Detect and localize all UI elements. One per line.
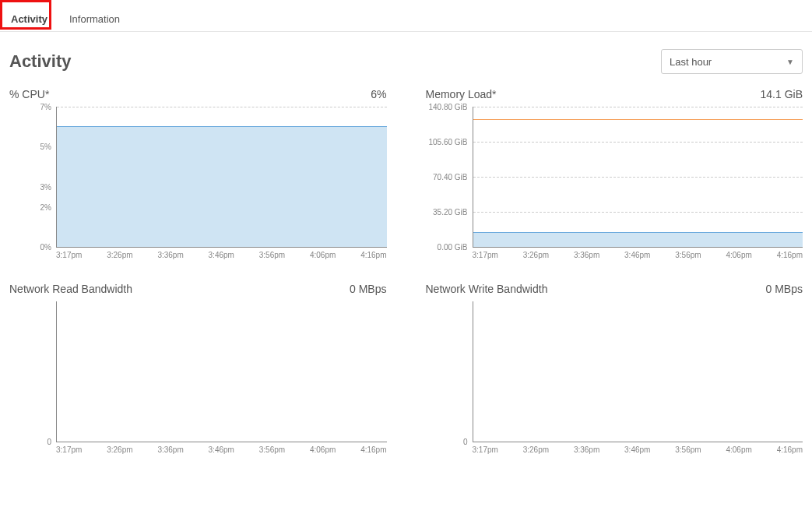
- chart-memory: Memory Load* 14.1 GiB 140.80 GiB 105.60 …: [426, 88, 803, 259]
- y-axis: 7% 5% 3% 2% 0%: [9, 107, 56, 247]
- y-tick: 5%: [40, 143, 51, 151]
- x-tick: 3:26pm: [107, 445, 132, 454]
- plot-area[interactable]: [56, 107, 387, 248]
- y-axis: 0: [426, 301, 473, 442]
- x-tick: 3:46pm: [624, 445, 650, 454]
- x-tick: 3:56pm: [675, 251, 701, 259]
- x-tick: 4:06pm: [726, 445, 751, 454]
- y-tick: 70.40 GiB: [433, 173, 467, 181]
- chart-current-value: 0 MBps: [766, 283, 803, 295]
- x-tick: 4:16pm: [777, 251, 803, 259]
- x-tick: 4:06pm: [310, 445, 336, 454]
- chart-net-read: Network Read Bandwidth 0 MBps 0 3:17pm 3…: [9, 283, 387, 454]
- tab-label: Activity: [11, 13, 47, 25]
- x-tick: 4:16pm: [777, 445, 803, 454]
- x-tick: 3:26pm: [523, 251, 549, 259]
- y-tick: 0.00 GiB: [438, 243, 468, 252]
- x-axis: 3:17pm 3:26pm 3:36pm 3:46pm 3:56pm 4:06p…: [56, 248, 387, 259]
- chart-current-value: 0 MBps: [350, 283, 386, 295]
- y-tick: 35.20 GiB: [433, 208, 467, 216]
- x-tick: 3:46pm: [624, 251, 650, 259]
- x-tick: 3:26pm: [107, 251, 132, 259]
- x-tick: 3:46pm: [209, 445, 234, 454]
- x-tick: 4:06pm: [310, 251, 336, 259]
- chevron-down-icon: ▼: [786, 58, 794, 66]
- plot-area[interactable]: [473, 301, 803, 442]
- y-tick: 2%: [40, 202, 51, 211]
- x-tick: 3:17pm: [473, 251, 498, 259]
- x-tick: 3:56pm: [675, 445, 701, 454]
- tab-information[interactable]: Information: [58, 5, 131, 31]
- tab-label: Information: [69, 13, 120, 25]
- chart-title: Network Write Bandwidth: [426, 283, 548, 295]
- y-tick: 0: [47, 438, 51, 446]
- x-tick: 3:17pm: [56, 445, 82, 454]
- y-tick: 7%: [40, 103, 51, 111]
- x-axis: 3:17pm 3:26pm 3:36pm 3:46pm 3:56pm 4:06p…: [56, 442, 387, 454]
- y-axis: 140.80 GiB 105.60 GiB 70.40 GiB 35.20 Gi…: [426, 107, 473, 247]
- x-tick: 4:16pm: [360, 445, 386, 454]
- x-tick: 4:16pm: [360, 251, 386, 259]
- chart-title: Network Read Bandwidth: [9, 283, 132, 295]
- series-memory-total: [473, 119, 803, 120]
- x-tick: 3:36pm: [157, 251, 183, 259]
- chart-current-value: 6%: [371, 88, 386, 100]
- y-tick: 3%: [40, 182, 51, 191]
- page-title: Activity: [9, 51, 71, 72]
- x-tick: 3:36pm: [574, 251, 599, 259]
- plot-area[interactable]: [56, 301, 387, 442]
- chart-cpu: % CPU* 6% 7% 5% 3% 2% 0%: [9, 88, 387, 259]
- chart-title: % CPU*: [9, 88, 49, 100]
- x-tick: 3:17pm: [473, 445, 498, 454]
- series-memory-used: [473, 232, 803, 247]
- x-tick: 3:36pm: [574, 445, 599, 454]
- x-tick: 3:46pm: [209, 251, 234, 259]
- y-tick: 0: [463, 438, 468, 446]
- x-axis: 3:17pm 3:26pm 3:36pm 3:46pm 3:56pm 4:06p…: [473, 442, 803, 454]
- chart-net-write: Network Write Bandwidth 0 MBps 0 3:17pm …: [426, 283, 803, 454]
- time-range-select[interactable]: Last hour ▼: [661, 49, 803, 74]
- chart-title: Memory Load*: [426, 88, 497, 100]
- time-range-label: Last hour: [670, 56, 712, 68]
- x-tick: 4:06pm: [726, 251, 751, 259]
- x-tick: 3:56pm: [259, 251, 285, 259]
- plot-area[interactable]: [473, 107, 803, 248]
- x-axis: 3:17pm 3:26pm 3:36pm 3:46pm 3:56pm 4:06p…: [473, 248, 803, 259]
- y-tick: 140.80 GiB: [428, 103, 467, 111]
- x-tick: 3:26pm: [523, 445, 549, 454]
- y-tick: 105.60 GiB: [428, 138, 467, 146]
- chart-current-value: 14.1 GiB: [761, 88, 803, 100]
- y-tick: 0%: [40, 243, 51, 252]
- tabs-bar: Activity Information: [0, 0, 812, 32]
- y-axis: 0: [9, 301, 56, 442]
- x-tick: 3:17pm: [56, 251, 82, 259]
- series-cpu: [57, 126, 387, 247]
- x-tick: 3:56pm: [259, 445, 285, 454]
- x-tick: 3:36pm: [157, 445, 183, 454]
- tab-activity[interactable]: Activity: [0, 5, 58, 31]
